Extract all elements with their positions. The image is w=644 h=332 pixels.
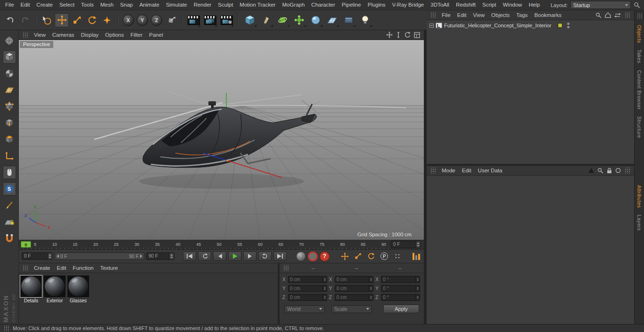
panel-tab[interactable]: Structure: [636, 113, 642, 141]
move-tool-button[interactable]: [55, 13, 69, 27]
convert-button[interactable]: [3, 34, 16, 47]
paint-brush-button[interactable]: [3, 199, 16, 212]
autokey-help-button[interactable]: ?: [320, 251, 330, 261]
render-settings-button[interactable]: [219, 13, 234, 28]
object-tree[interactable]: Futuristic_Helicopter_Concept_Simple_Int…: [427, 20, 634, 166]
menu-item[interactable]: Window: [499, 0, 525, 10]
menu-item[interactable]: 3DToAll: [427, 0, 453, 10]
expand-toggle-icon[interactable]: [429, 24, 434, 28]
menu-item[interactable]: Character: [308, 0, 339, 10]
menu-item[interactable]: Select: [56, 0, 78, 10]
add-deformer-button[interactable]: [291, 13, 307, 28]
menu-item[interactable]: Create: [33, 0, 56, 10]
record-pla-button[interactable]: [392, 251, 403, 261]
panel-menu-icon[interactable]: [624, 168, 630, 173]
apply-button[interactable]: Apply: [383, 305, 419, 313]
object-name[interactable]: Futuristic_Helicopter_Concept_Simple_Int…: [444, 23, 551, 28]
size-x-field[interactable]: 0 cm: [335, 276, 374, 283]
playhead-marker[interactable]: 0: [21, 241, 31, 248]
material-thumbnail[interactable]: [20, 275, 42, 297]
keyframe-selection-button[interactable]: [296, 251, 306, 261]
history-triangle-icon[interactable]: [588, 168, 594, 173]
size-z-field[interactable]: 0 cm: [335, 294, 374, 301]
swap-arrows-icon[interactable]: [614, 13, 621, 18]
play-backwards-button[interactable]: [198, 251, 211, 261]
home-icon[interactable]: [605, 12, 611, 18]
add-light-button[interactable]: [357, 13, 373, 28]
material-item[interactable]: Glasses: [67, 275, 90, 303]
search-icon[interactable]: [634, 2, 640, 8]
record-keyframe-button[interactable]: [308, 251, 318, 261]
menu-item[interactable]: Pipeline: [339, 0, 364, 10]
menu-item[interactable]: Animate: [136, 0, 163, 10]
menu-item[interactable]: Edit: [17, 0, 33, 10]
texture-mode-button[interactable]: [3, 67, 16, 80]
add-stage-button[interactable]: [341, 13, 356, 28]
axis-lock-z-button[interactable]: Z: [151, 15, 162, 26]
range-left-handle[interactable]: [57, 254, 59, 258]
view-rotate-icon[interactable]: [404, 32, 411, 38]
previous-frame-button[interactable]: [213, 251, 226, 261]
objects-menu-item[interactable]: File: [438, 12, 454, 18]
menu-item[interactable]: Redshift: [453, 0, 479, 10]
record-position-button[interactable]: [339, 251, 350, 261]
render-picture-viewer-button[interactable]: [202, 13, 218, 28]
attributes-menu-item[interactable]: Mode: [438, 168, 459, 173]
next-frame-button[interactable]: [243, 251, 256, 261]
snap-toggle-button[interactable]: S: [3, 182, 16, 195]
materials-menu-item[interactable]: Texture: [97, 265, 121, 271]
tweak-mode-button[interactable]: [3, 166, 16, 179]
layout-dropdown[interactable]: Startup: [570, 1, 631, 9]
last-used-tool-button[interactable]: [100, 13, 114, 27]
rotation-x-field[interactable]: 0 °: [381, 276, 420, 283]
material-thumbnail[interactable]: [67, 275, 89, 297]
play-button[interactable]: [228, 251, 241, 261]
viewport-menu-item[interactable]: Panel: [146, 32, 166, 38]
menu-item[interactable]: Simulate: [163, 0, 190, 10]
add-floor-button[interactable]: [324, 13, 340, 28]
attributes-menu-item[interactable]: User Data: [475, 168, 506, 173]
panel-grip[interactable]: [636, 13, 643, 19]
view-pan-icon[interactable]: [386, 32, 393, 38]
range-start-field[interactable]: 0 F: [22, 252, 53, 260]
position-y-field[interactable]: 0 cm: [288, 285, 327, 292]
visibility-dots[interactable]: [567, 23, 570, 28]
panel-grip[interactable]: [22, 265, 28, 271]
menu-item[interactable]: Script: [479, 0, 499, 10]
rotation-y-field[interactable]: 0 °: [381, 285, 420, 292]
menu-item[interactable]: Sculpt: [215, 0, 236, 10]
viewport-canvas[interactable]: Y X Z Perspective Grid Spacing : 1000 cm: [19, 40, 424, 240]
panel-grip[interactable]: [3, 325, 9, 331]
axis-lock-y-button[interactable]: Y: [137, 15, 148, 26]
axis-lock-x-button[interactable]: X: [123, 15, 134, 26]
undo-button[interactable]: [3, 13, 17, 27]
play-loop-button[interactable]: [258, 251, 272, 261]
material-item[interactable]: Details: [20, 275, 42, 303]
timeline-ruler[interactable]: 0 51015202530354045505560657075808590 0 …: [19, 240, 424, 250]
model-mode-button[interactable]: [3, 50, 16, 64]
attributes-content[interactable]: [427, 176, 634, 324]
menu-item[interactable]: Help: [525, 0, 543, 10]
edges-mode-button[interactable]: [3, 116, 16, 130]
viewport-menu-item[interactable]: Options: [102, 32, 127, 38]
objects-menu-item[interactable]: Edit: [454, 12, 470, 18]
menu-item[interactable]: Motion Tracker: [236, 0, 279, 10]
materials-menu-item[interactable]: Edit: [54, 265, 70, 271]
menu-item[interactable]: Plugins: [364, 0, 389, 10]
viewport-menu-item[interactable]: Filter: [127, 32, 146, 38]
menu-item[interactable]: Snap: [117, 0, 136, 10]
coord-system-dropdown[interactable]: World: [284, 305, 325, 313]
menu-item[interactable]: V-Ray Bridge: [388, 0, 427, 10]
redo-button[interactable]: [18, 13, 32, 27]
menu-item[interactable]: Mesh: [97, 0, 117, 10]
search-icon[interactable]: [595, 12, 602, 18]
viewport-menu-item[interactable]: Cameras: [49, 32, 78, 38]
coordinate-system-button[interactable]: [164, 13, 178, 27]
objects-menu-item[interactable]: Objects: [488, 12, 513, 18]
magnet-snap-button[interactable]: [3, 232, 16, 245]
panel-tab[interactable]: Attributes: [636, 182, 642, 211]
range-end-field[interactable]: 90 F: [146, 252, 174, 260]
materials-menu-item[interactable]: Create: [31, 265, 54, 271]
current-frame-field[interactable]: 0 F: [391, 241, 421, 248]
goto-start-button[interactable]: [183, 251, 196, 261]
